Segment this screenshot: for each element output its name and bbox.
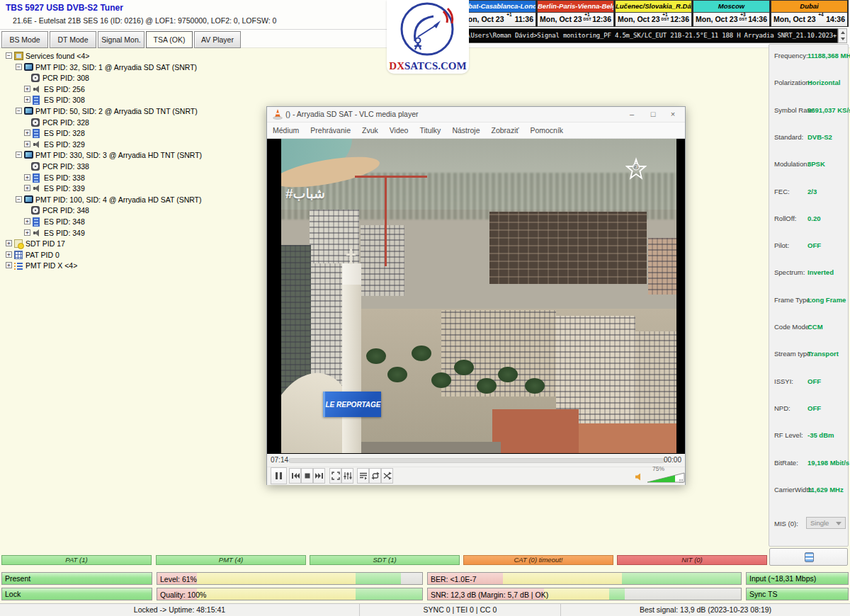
- video-art-shape: [385, 176, 387, 266]
- pcr-icon: [31, 206, 40, 215]
- video-frame: #شباب 3 LE REPORTAGE: [281, 139, 676, 453]
- tree-item-pmt-pid-100-sid-4[interactable]: −PMT PID: 100, SID: 4 @ Arryadia HD SAT …: [0, 195, 264, 205]
- tree-item-services-found-4[interactable]: −Services found <4>: [0, 51, 264, 62]
- tree-item-pcr-pid-308[interactable]: PCR PID: 308: [0, 73, 264, 84]
- stop-button[interactable]: [301, 468, 313, 484]
- expand-icon[interactable]: +: [24, 229, 30, 236]
- tree-item-es-pid-348[interactable]: +ES PID: 348: [0, 217, 264, 227]
- audio-icon: [33, 85, 41, 93]
- tree-item-es-pid-308[interactable]: +ES PID: 308: [0, 95, 264, 105]
- resize-grip[interactable]: [679, 479, 684, 484]
- vlc-menu-zobrazi[interactable]: Zobraziť: [485, 122, 524, 138]
- playlist-button[interactable]: [357, 468, 369, 484]
- psi-bar-sdt-1: SDT (1): [310, 555, 460, 565]
- previous-button[interactable]: [289, 468, 301, 484]
- collapse-icon[interactable]: −: [16, 64, 22, 70]
- tree-item-pcr-pid-348[interactable]: PCR PID: 348: [0, 205, 264, 216]
- loop-button[interactable]: [369, 468, 381, 484]
- collapse-icon[interactable]: −: [16, 196, 22, 203]
- tree-item-es-pid-328[interactable]: +ES PID: 328: [0, 128, 264, 139]
- minimize-button[interactable]: –: [621, 107, 642, 122]
- vlc-seek-row: 07:14 00:00: [267, 454, 685, 467]
- vlc-menu-titulky[interactable]: Titulky: [414, 122, 446, 138]
- ber-segment-green: [622, 573, 741, 584]
- tree-item-pmt-pid-x-4[interactable]: +PMT PID X <4>: [0, 261, 264, 271]
- psi-bar-pmt-4: PMT (4): [156, 555, 306, 565]
- vlc-menu-video[interactable]: Video: [384, 122, 414, 138]
- scroll-up-icon[interactable]: [841, 31, 845, 34]
- tree-item-es-pid-338[interactable]: +ES PID: 338: [0, 173, 264, 183]
- tree-item-pcr-pid-338[interactable]: PCR PID: 338: [0, 161, 264, 172]
- param-label: NPD:: [774, 404, 790, 412]
- video-art-shape: [492, 409, 579, 453]
- console-scrollbar[interactable]: [838, 28, 847, 43]
- tree-item-es-pid-339[interactable]: +ES PID: 339: [0, 183, 264, 194]
- previous-icon: [291, 472, 300, 479]
- close-button[interactable]: ×: [662, 107, 684, 122]
- vlc-window: () - Arryadia SD SAT - VLC media player …: [266, 106, 686, 485]
- tab-signal-mon[interactable]: Signal Mon.: [98, 31, 144, 48]
- expand-icon[interactable]: +: [24, 174, 30, 181]
- tree-item-pmt-pid-330-sid-3[interactable]: −PMT PID: 330, SID: 3 @ Arryadia HD TNT …: [0, 150, 264, 161]
- vlc-menu-zvuk[interactable]: Zvuk: [356, 122, 384, 138]
- tree-item-es-pid-256[interactable]: +ES PID: 256: [0, 84, 264, 95]
- video-area[interactable]: #شباب 3 LE REPORTAGE: [267, 139, 685, 454]
- expand-icon[interactable]: +: [24, 86, 30, 92]
- next-button[interactable]: [313, 468, 325, 484]
- tab-tsa-ok[interactable]: TSA (OK): [146, 31, 193, 48]
- vlc-menu-n-stroje[interactable]: Nástroje: [446, 122, 485, 138]
- expand-icon[interactable]: +: [6, 262, 12, 268]
- tree-item-label: PMT PID: 100, SID: 4 @ Arryadia HD SAT (…: [35, 195, 202, 204]
- tree-item-sdt-pid-17[interactable]: +SDT PID 17: [0, 239, 264, 249]
- video-art-shape: [387, 367, 407, 382]
- expand-icon[interactable]: +: [6, 251, 12, 258]
- quality-bar: Quality: 100%: [157, 588, 423, 600]
- collapse-icon[interactable]: −: [16, 152, 22, 158]
- expand-icon[interactable]: +: [24, 96, 30, 103]
- tab-bs-mode[interactable]: BS Mode: [1, 31, 48, 48]
- expand-icon[interactable]: +: [24, 185, 30, 191]
- tuner-subtitle: 21.6E - Eutelsat 21B SES 16 (ID: 0216) @…: [13, 16, 276, 25]
- maximize-button[interactable]: □: [642, 107, 664, 122]
- expand-icon[interactable]: +: [24, 141, 30, 147]
- vlc-titlebar[interactable]: () - Arryadia SD SAT - VLC media player …: [267, 107, 685, 122]
- clock-time-row: Mon, Oct 23+111:36: [460, 13, 536, 26]
- shuffle-button[interactable]: [381, 468, 393, 484]
- param-value: 2/3: [808, 188, 817, 195]
- fullscreen-button[interactable]: [329, 468, 341, 484]
- ts-record-button[interactable]: [769, 548, 848, 566]
- tree-item-pmt-pid-50-sid-2[interactable]: −PMT PID: 50, SID: 2 @ Arryadia SD TNT (…: [0, 106, 264, 117]
- tab-av-player[interactable]: AV Player: [194, 31, 241, 48]
- tab-dt-mode[interactable]: DT Mode: [50, 31, 96, 48]
- collapse-icon[interactable]: −: [16, 108, 22, 114]
- clock-city-label: Rabat-Casablanca-London: [460, 1, 536, 13]
- vlc-menu-prehr-vanie[interactable]: Prehrávanie: [305, 122, 356, 138]
- level-label: Level: 61%: [160, 574, 197, 585]
- equalizer-button[interactable]: [341, 468, 353, 484]
- tv-icon: [24, 151, 33, 159]
- expand-icon[interactable]: +: [6, 240, 12, 246]
- tree-item-es-pid-329[interactable]: +ES PID: 329: [0, 139, 264, 150]
- video-art-shape: [454, 360, 474, 375]
- scroll-down-icon[interactable]: [841, 38, 845, 40]
- param-value: 19,198 Mbit/s: [808, 459, 849, 467]
- next-icon: [315, 472, 324, 479]
- expand-icon[interactable]: +: [24, 130, 30, 136]
- video-art-shape: [366, 348, 386, 364]
- pause-button[interactable]: [271, 467, 287, 484]
- tree-item-pmt-pid-32-sid-1[interactable]: −PMT PID: 32, SID: 1 @ Arryadia SD SAT (…: [0, 62, 264, 73]
- clock-dst-flag: DST: [582, 17, 593, 21]
- expand-icon[interactable]: +: [24, 218, 30, 224]
- terminal-console[interactable]: :\Users\Roman Dávid>Signal monitoring_PF…: [460, 28, 838, 43]
- audio-icon: [33, 229, 41, 237]
- collapse-icon[interactable]: −: [6, 52, 12, 59]
- vlc-menu-pomocn-k[interactable]: Pomocník: [524, 122, 569, 138]
- seek-bar[interactable]: [288, 458, 665, 463]
- tree-item-pcr-pid-328[interactable]: PCR PID: 328: [0, 118, 264, 128]
- param-value: OFF: [808, 241, 821, 249]
- param-row-fec: FEC:2/3: [769, 188, 849, 198]
- mis-dropdown[interactable]: Single: [806, 517, 846, 529]
- vlc-menu-m-dium[interactable]: Médium: [267, 122, 305, 138]
- tree-item-es-pid-349[interactable]: +ES PID: 349: [0, 228, 264, 239]
- tree-item-pat-pid-0[interactable]: +PAT PID 0: [0, 250, 264, 261]
